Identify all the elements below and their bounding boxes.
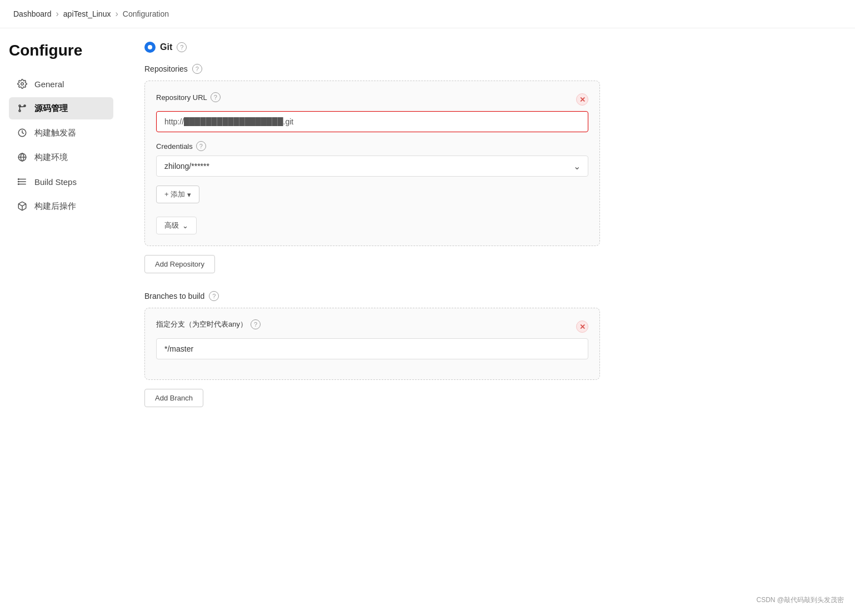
git-help-icon[interactable]: ? — [177, 42, 187, 52]
globe-icon — [17, 152, 28, 163]
credentials-help-icon[interactable]: ? — [196, 141, 206, 151]
sidebar-label-env: 构建环境 — [34, 152, 68, 163]
add-credentials-dropdown-icon: ▾ — [187, 191, 191, 199]
advanced-toggle-button[interactable]: 高级 ⌄ — [156, 217, 197, 234]
sidebar-label-post-build: 构建后操作 — [34, 201, 76, 212]
sidebar-item-general[interactable]: General — [9, 73, 113, 95]
repositories-help-icon[interactable]: ? — [192, 64, 202, 74]
branch-help-icon[interactable]: ? — [251, 319, 261, 329]
watermark: CSDN @敲代码敲到头发茂密 — [756, 595, 844, 605]
branch-field-label: 指定分支（为空时代表any） — [156, 319, 247, 329]
sidebar-item-post-build[interactable]: 构建后操作 — [9, 195, 113, 217]
branches-help-icon[interactable]: ? — [209, 291, 219, 301]
repositories-label: Repositories — [144, 64, 188, 73]
section-header: Git ? — [144, 42, 600, 53]
branches-label: Branches to build — [144, 292, 204, 301]
breadcrumb-sep-1: › — [56, 9, 59, 19]
branch-input[interactable] — [156, 338, 588, 359]
git-selected-dot — [144, 42, 156, 53]
svg-point-0 — [21, 83, 24, 86]
repo-url-label: Repository URL — [156, 93, 207, 102]
git-title: Git — [160, 42, 172, 52]
breadcrumb-current: Configuration — [123, 9, 169, 18]
repo-url-help-icon[interactable]: ? — [211, 92, 221, 102]
repo-url-field-row: Repository URL ? ✕ — [156, 92, 588, 107]
fork-icon — [17, 103, 28, 114]
clock-icon — [17, 127, 28, 138]
branches-label-row: Branches to build ? — [144, 291, 600, 301]
repo-remove-button[interactable]: ✕ — [576, 93, 588, 106]
breadcrumb-sep-2: › — [115, 9, 118, 19]
sidebar: Configure General 源码管理 — [0, 28, 122, 616]
gear-icon — [17, 78, 28, 89]
breadcrumb: Dashboard › apiTest_Linux › Configuratio… — [0, 0, 855, 28]
sidebar-label-build-steps: Build Steps — [34, 177, 77, 187]
add-branch-button[interactable]: Add Branch — [144, 389, 203, 407]
branch-card: 指定分支（为空时代表any） ? ✕ — [144, 308, 600, 380]
add-credentials-button[interactable]: + 添加 ▾ — [156, 186, 199, 203]
repositories-label-row: Repositories ? — [144, 64, 600, 74]
repo-url-label-row: Repository URL ? — [156, 92, 221, 102]
sidebar-label-trigger: 构建触发器 — [34, 128, 76, 138]
breadcrumb-dashboard[interactable]: Dashboard — [13, 9, 52, 18]
credentials-select[interactable]: zhilong/****** — [156, 156, 588, 177]
advanced-label: 高级 — [164, 221, 179, 231]
sidebar-item-build-steps[interactable]: Build Steps — [9, 171, 113, 193]
svg-point-2 — [19, 110, 21, 112]
svg-point-10 — [18, 181, 19, 182]
layout: Configure General 源码管理 — [0, 28, 855, 616]
credentials-label-row: Credentials ? — [156, 141, 588, 151]
branch-field-label-wrapper: 指定分支（为空时代表any） ? — [156, 319, 261, 329]
sidebar-label-general: General — [34, 79, 64, 89]
main-content: Git ? Repositories ? Repository URL ? ✕ … — [122, 28, 622, 616]
sidebar-label-source: 源码管理 — [34, 103, 68, 114]
sidebar-title: Configure — [9, 42, 113, 59]
box-icon — [17, 201, 28, 212]
repo-url-input[interactable] — [156, 111, 588, 132]
credentials-label: Credentials — [156, 142, 193, 151]
list-icon — [17, 176, 28, 187]
svg-point-9 — [18, 179, 19, 180]
sidebar-item-source[interactable]: 源码管理 — [9, 97, 113, 119]
sidebar-item-env[interactable]: 构建环境 — [9, 146, 113, 168]
add-credentials-label: + 添加 — [164, 189, 185, 199]
repository-card: Repository URL ? ✕ Credentials ? zhilong… — [144, 81, 600, 246]
add-repository-label: Add Repository — [155, 260, 204, 268]
add-branch-label: Add Branch — [155, 394, 193, 402]
svg-point-11 — [18, 184, 19, 185]
breadcrumb-project[interactable]: apiTest_Linux — [63, 9, 111, 18]
branch-field-row: 指定分支（为空时代表any） ? ✕ — [156, 319, 588, 334]
sidebar-item-trigger[interactable]: 构建触发器 — [9, 122, 113, 144]
advanced-chevron-icon: ⌄ — [182, 222, 188, 230]
credentials-select-wrapper: zhilong/****** ⌄ — [156, 156, 588, 177]
add-repository-button[interactable]: Add Repository — [144, 255, 215, 273]
branch-remove-button[interactable]: ✕ — [576, 320, 588, 333]
